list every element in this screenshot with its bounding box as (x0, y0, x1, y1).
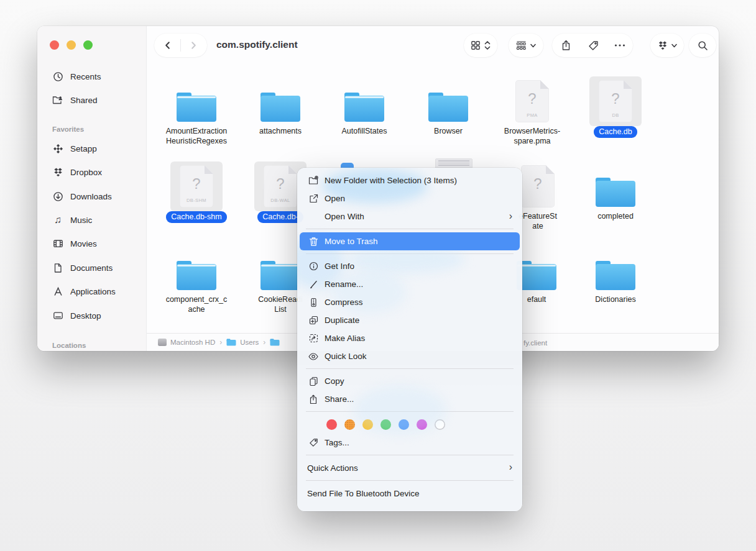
unknown-file-icon: ? (521, 165, 555, 207)
file-item-selected[interactable]: ?DB Cache.db (575, 69, 656, 138)
menu-separator (306, 411, 514, 412)
menu-item-share[interactable]: Share... (297, 390, 522, 408)
path-segment[interactable]: Users (240, 339, 259, 346)
file-item-selected[interactable]: ?DB-SHM Cache.db-shm (156, 154, 237, 223)
sidebar-item-applications[interactable]: Applications (52, 285, 139, 298)
menu-item-send-file-bluetooth[interactable]: Send File To Bluetooth Device (297, 484, 522, 503)
tag-red[interactable] (326, 419, 337, 430)
clock-icon (52, 71, 63, 82)
sidebar-item-documents[interactable]: Documents (52, 261, 139, 275)
tag-green[interactable] (380, 419, 391, 430)
close-button[interactable] (50, 40, 59, 50)
dropbox-icon (658, 40, 668, 50)
forward-icon[interactable] (188, 40, 198, 50)
chevron-down-icon (671, 43, 677, 48)
sidebar-item-dropbox[interactable]: Dropbox (52, 165, 139, 179)
menu-item-copy[interactable]: Copy (297, 372, 522, 390)
alias-icon (308, 334, 318, 344)
duplicate-icon (308, 316, 318, 326)
folder-icon (344, 91, 385, 122)
partially-hidden-file (435, 158, 472, 168)
tag-icon (308, 438, 318, 448)
file-item[interactable]: AutofillStates (324, 69, 405, 136)
context-menu: New Folder with Selection (3 Items) Open… (297, 168, 522, 511)
chevron-down-icon (530, 43, 536, 48)
icon-view-button[interactable] (464, 34, 497, 57)
folder-small-icon (270, 339, 280, 346)
actions-capsule (552, 34, 633, 57)
file-item[interactable]: Browser (408, 69, 489, 136)
menu-item-rename[interactable]: Rename... (297, 275, 522, 293)
sidebar-item-desktop[interactable]: Desktop (52, 309, 139, 322)
menu-item-quick-look[interactable]: Quick Look (297, 347, 522, 365)
share-icon[interactable] (552, 40, 579, 51)
sidebar-item-label: Music (70, 216, 92, 225)
path-segment[interactable]: Macintosh HD (170, 339, 215, 346)
group-by-button[interactable] (509, 34, 543, 57)
nav-capsule (154, 34, 207, 57)
sidebar-item-setapp[interactable]: Setapp (52, 142, 139, 155)
menu-item-move-to-trash[interactable]: Move to Trash (300, 232, 520, 250)
tag-none[interactable] (435, 419, 445, 430)
sidebar-section-header: Locations (52, 342, 86, 349)
menu-separator (306, 480, 514, 481)
menu-separator (306, 253, 514, 254)
tag-purple[interactable] (417, 419, 427, 430)
tag-blue[interactable] (399, 419, 409, 430)
tag-orange[interactable] (344, 419, 355, 430)
file-item[interactable]: ?PMA BrowserMetrics-spare.pma (492, 69, 573, 146)
unknown-file-icon: ?DB (599, 80, 632, 122)
desktop-icon (52, 310, 63, 321)
music-icon: ♫ (52, 214, 63, 225)
compress-icon (308, 298, 318, 307)
more-ellipsis-icon[interactable] (607, 43, 633, 47)
sidebar-item-movies[interactable]: Movies (52, 237, 139, 250)
sidebar-item-label: Shared (70, 96, 98, 105)
shared-folder-icon (52, 94, 63, 106)
file-item[interactable]: completed (575, 154, 656, 221)
sidebar: Recents Shared Favorites Setapp Dropbox (37, 26, 147, 351)
sidebar-item-downloads[interactable]: Downloads (52, 189, 139, 203)
menu-item-make-alias[interactable]: Make Alias (297, 329, 522, 347)
menu-item-quick-actions[interactable]: Quick Actions › (297, 458, 522, 477)
menu-item-compress[interactable]: Compress (297, 293, 522, 311)
menu-item-new-folder-with-selection[interactable]: New Folder with Selection (3 Items) (297, 171, 522, 189)
applications-icon (52, 286, 63, 297)
file-item[interactable]: component_crx_cache (156, 237, 237, 314)
sidebar-item-music[interactable]: ♫ Music (52, 213, 139, 227)
setapp-icon (52, 143, 63, 154)
menu-item-duplicate[interactable]: Duplicate (297, 311, 522, 329)
tag-icon[interactable] (579, 40, 607, 51)
file-item[interactable]: AmountExtractionHeuristicRegexes (156, 69, 237, 146)
sidebar-section-header: Favorites (52, 125, 84, 133)
window-title: com.spotify.client (216, 39, 298, 50)
zoom-button[interactable] (83, 40, 93, 50)
open-icon (308, 194, 318, 204)
folder-icon (260, 91, 301, 122)
menu-item-get-info[interactable]: Get Info (297, 257, 522, 275)
tag-color-row (297, 415, 522, 434)
group-view-icon (516, 40, 527, 50)
documents-icon (52, 262, 63, 273)
grid-view-icon (471, 40, 481, 50)
menu-separator (306, 455, 514, 455)
search-button[interactable] (689, 34, 716, 57)
rename-icon (308, 280, 318, 289)
menu-item-tags[interactable]: Tags... (297, 434, 522, 452)
unknown-file-icon: ?PMA (515, 80, 549, 122)
tag-yellow[interactable] (362, 419, 373, 430)
sidebar-item-shared[interactable]: Shared (52, 93, 139, 107)
dropbox-toolbar-button[interactable] (650, 34, 684, 57)
menu-item-open-with[interactable]: Open With › (297, 207, 522, 225)
file-item[interactable]: Dictionaries (575, 237, 656, 304)
menu-separator (306, 229, 514, 229)
unknown-file-icon: ?DB-WAL (264, 165, 297, 207)
minimize-button[interactable] (67, 40, 76, 50)
folder-icon (176, 91, 217, 122)
sidebar-item-recents[interactable]: Recents (52, 70, 139, 83)
copy-icon (308, 376, 318, 386)
folder-icon (260, 260, 301, 291)
file-item[interactable]: attachments (240, 69, 321, 136)
menu-item-open[interactable]: Open (297, 189, 522, 207)
back-icon[interactable] (163, 40, 173, 50)
